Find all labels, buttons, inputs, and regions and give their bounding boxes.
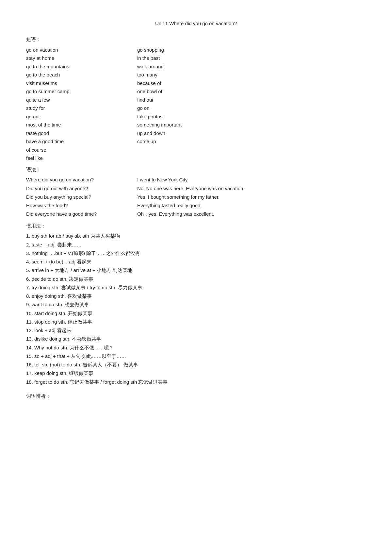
phrase-left-cell: quite a few	[26, 96, 137, 104]
usage-item: 7. try doing sth. 尝试做某事 / try to do sth.…	[26, 283, 366, 292]
phrase-right-cell: in the past	[137, 54, 366, 62]
grammar-question: How was the food?	[26, 201, 137, 210]
phrase-left-cell: most of the time	[26, 121, 137, 129]
phrase-right-cell: find out	[137, 96, 366, 104]
grammar-answer: Oh，yes. Everything was excellent.	[137, 210, 366, 218]
phrase-right-cell: walk around	[137, 62, 366, 71]
phrase-row: feel like	[26, 154, 366, 162]
phrase-left-cell: go out	[26, 112, 137, 121]
phrase-right-cell: because of	[137, 79, 366, 88]
phrase-row: go to the mountainswalk around	[26, 62, 366, 71]
phrase-right-cell: too many	[137, 71, 366, 79]
grammar-section: 语法： Where did you go on vacation?I went …	[26, 166, 366, 219]
phrase-right-cell: come up	[137, 137, 366, 146]
phrase-left-cell: go to summer camp	[26, 87, 137, 96]
page-title: Unit 1 Where did you go on vacation?	[26, 20, 366, 28]
phrase-row: study forgo on	[26, 104, 366, 112]
phrase-left-cell: go to the mountains	[26, 62, 137, 71]
grammar-question: Did you go out with anyone?	[26, 184, 137, 193]
phrase-left-cell: go to the beach	[26, 71, 137, 79]
grammar-row: Did everyone have a good time?Oh，yes. Ev…	[26, 210, 366, 218]
phrase-right-cell	[137, 154, 366, 162]
phrase-right-cell: go shopping	[137, 46, 366, 54]
usage-item: 10. start doing sth. 开始做某事	[26, 309, 366, 318]
phrase-left-cell: study for	[26, 104, 137, 112]
phrase-left-cell: visit museums	[26, 79, 137, 88]
phrase-row: of course	[26, 146, 366, 154]
vocab-section: 词语辨析：	[26, 392, 366, 400]
phrases-section: 短语： go on vacationgo shoppingstay at hom…	[26, 36, 366, 162]
usage-item: 9. want to do sth. 想去做某事	[26, 300, 366, 309]
phrase-left-cell: stay at home	[26, 54, 137, 62]
usage-section: 惯用法： 1. buy sth for ab./ buy sb. sth 为某人…	[26, 222, 366, 386]
phrase-right-cell: go on	[137, 104, 366, 112]
phrase-left-cell: of course	[26, 146, 137, 154]
phrase-left-cell: go on vacation	[26, 46, 137, 54]
grammar-question: Did you buy anything special?	[26, 193, 137, 201]
phrase-right-cell: take photos	[137, 112, 366, 121]
usage-item: 12. look + adj 看起来	[26, 326, 366, 335]
grammar-question: Did everyone have a good time?	[26, 210, 137, 218]
usage-item: 6. decide to do sth. 决定做某事	[26, 275, 366, 283]
phrase-row: go to the beachtoo many	[26, 71, 366, 79]
phrase-right-cell: something important	[137, 121, 366, 129]
phrase-row: visit museumsbecause of	[26, 79, 366, 88]
phrase-right-cell: up and down	[137, 129, 366, 138]
usage-item: 4. seem + (to be) + adj 看起来	[26, 258, 366, 266]
grammar-label: 语法：	[26, 166, 366, 174]
phrase-row: go to summer campone bowl of	[26, 87, 366, 96]
grammar-answer: Everything tasted really good.	[137, 201, 366, 210]
phrase-row: taste goodup and down	[26, 129, 366, 138]
usage-item: 16. tell sb. (not) to do sth. 告诉某人（不要） 做…	[26, 361, 366, 369]
usage-item: 15. so + adj + that + 从句 如此……以至于……	[26, 352, 366, 361]
vocab-label: 词语辨析：	[26, 392, 366, 400]
phrase-right-cell: one bowl of	[137, 87, 366, 96]
grammar-row: Did you go out with anyone?No, No one wa…	[26, 184, 366, 193]
usage-item: 3. nothing ….but + V.(原形) 除了……之外什么都没有	[26, 249, 366, 258]
grammar-row: Where did you go on vacation?I went to N…	[26, 176, 366, 184]
usage-item: 14. Why not do sth. 为什么不做……呢？	[26, 344, 366, 352]
usage-item: 2. taste + adj. 尝起来……	[26, 241, 366, 249]
usage-item: 13. dislike doing sth. 不喜欢做某事	[26, 335, 366, 343]
usage-item: 18. forget to do sth. 忘记去做某事 / forget do…	[26, 378, 366, 386]
usage-item: 17. keep doing sth. 继续做某事	[26, 369, 366, 378]
usage-item: 11. stop doing sth. 停止做某事	[26, 318, 366, 326]
phrase-right-cell	[137, 146, 366, 154]
usage-label: 惯用法：	[26, 222, 366, 230]
grammar-answer: I went to New York City.	[137, 176, 366, 184]
grammar-row: Did you buy anything special?Yes, I boug…	[26, 193, 366, 201]
grammar-answer: No, No one was here. Everyone was on vac…	[137, 184, 366, 193]
phrase-row: quite a fewfind out	[26, 96, 366, 104]
grammar-answer: Yes, I bought something for my father.	[137, 193, 366, 201]
phrases-label: 短语：	[26, 36, 366, 44]
usage-item: 8. enjoy doing sth. 喜欢做某事	[26, 292, 366, 300]
phrase-left-cell: feel like	[26, 154, 137, 162]
grammar-row: How was the food? Everything tasted real…	[26, 201, 366, 210]
usage-item: 5. arrive in + 大地方 / arrive at + 小地方 到达某…	[26, 266, 366, 275]
grammar-question: Where did you go on vacation?	[26, 176, 137, 184]
phrase-row: have a good timecome up	[26, 137, 366, 146]
phrase-row: most of the timesomething important	[26, 121, 366, 129]
usage-item: 1. buy sth for ab./ buy sb. sth 为某人买某物	[26, 232, 366, 240]
phrase-left-cell: taste good	[26, 129, 137, 138]
phrase-row: go on vacationgo shopping	[26, 46, 366, 54]
phrase-left-cell: have a good time	[26, 137, 137, 146]
phrase-row: go outtake photos	[26, 112, 366, 121]
phrase-row: stay at homein the past	[26, 54, 366, 62]
